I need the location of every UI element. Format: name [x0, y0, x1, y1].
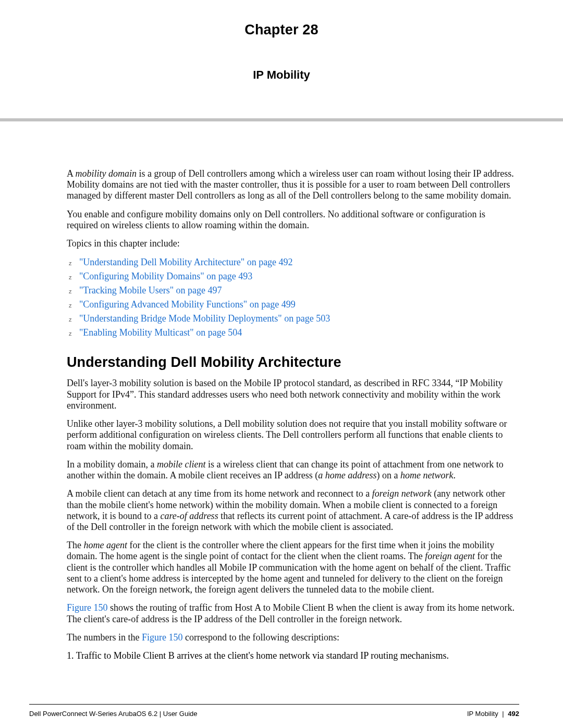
page-footer: Dell PowerConnect W-Series ArubaOS 6.2 |…	[0, 704, 563, 718]
topic-link[interactable]: "Configuring Mobility Domains" on page 4…	[79, 271, 252, 281]
chapter-header: Chapter 28 IP Mobility	[0, 0, 563, 103]
topics-list: "Understanding Dell Mobility Architectur…	[67, 255, 517, 340]
document-page: Chapter 28 IP Mobility A mobility domain…	[0, 0, 563, 728]
chapter-number: Chapter 28	[0, 22, 563, 38]
section-body: Dell's layer-3 mobility solution is base…	[67, 378, 517, 661]
body-paragraph: In a mobility domain, a mobile client is…	[67, 459, 517, 481]
list-item: "Understanding Dell Mobility Architectur…	[67, 255, 517, 269]
chapter-subject: IP Mobility	[0, 68, 563, 82]
body-paragraph: Dell's layer-3 mobility solution is base…	[67, 378, 517, 411]
list-item: "Configuring Advanced Mobility Functions…	[67, 298, 517, 312]
topic-link[interactable]: "Understanding Bridge Mode Mobility Depl…	[79, 313, 330, 324]
page-number: 492	[508, 710, 519, 718]
figure-link[interactable]: Figure 150	[142, 632, 183, 643]
term-mobile-client: mobile client	[157, 459, 205, 470]
list-item: "Configuring Mobility Domains" on page 4…	[67, 269, 517, 283]
footer-right: IP Mobility | 492	[467, 710, 519, 718]
list-item: "Enabling Mobility Multicast" on page 50…	[67, 326, 517, 340]
page-content: A mobility domain is a group of Dell con…	[0, 121, 563, 661]
term-home-network: home network	[400, 470, 453, 480]
list-item: 1. Traffic to Mobile Client B arrives at…	[67, 650, 517, 661]
body-paragraph: The numbers in the Figure 150 correspond…	[67, 632, 517, 643]
text: correspond to the following descriptions…	[182, 632, 339, 643]
figure-link[interactable]: Figure 150	[67, 602, 108, 613]
topic-link[interactable]: "Tracking Mobile Users" on page 497	[79, 285, 222, 295]
term-mobility-domain: mobility domain	[76, 168, 137, 179]
text: In a mobility domain, a	[67, 459, 157, 470]
term-foreign-network: foreign network	[372, 488, 432, 499]
list-item: "Tracking Mobile Users" on page 497	[67, 283, 517, 298]
footer-section: IP Mobility	[467, 710, 498, 718]
text: A	[67, 168, 76, 179]
text: The numbers in the	[67, 632, 142, 643]
intro-paragraph-1: A mobility domain is a group of Dell con…	[67, 168, 517, 202]
term-foreign-agent: foreign agent	[425, 551, 475, 561]
list-item: "Understanding Bridge Mode Mobility Depl…	[67, 312, 517, 326]
footer-inner: Dell PowerConnect W-Series ArubaOS 6.2 |…	[29, 704, 519, 718]
section-heading: Understanding Dell Mobility Architecture	[67, 354, 517, 371]
intro-paragraph-2: You enable and configure mobility domain…	[67, 209, 517, 231]
body-paragraph: A mobile client can detach at any time f…	[67, 488, 517, 533]
footer-sep: |	[502, 710, 504, 718]
topic-link[interactable]: "Understanding Dell Mobility Architectur…	[79, 257, 293, 267]
body-paragraph: Unlike other layer-3 mobility solutions,…	[67, 418, 517, 452]
topic-link[interactable]: "Configuring Advanced Mobility Functions…	[79, 299, 296, 310]
footer-left: Dell PowerConnect W-Series ArubaOS 6.2 |…	[29, 710, 198, 718]
term-care-of-address: care-of address	[160, 511, 218, 521]
body-paragraph: Figure 150 shows the routing of traffic …	[67, 602, 517, 624]
text: A mobile client can detach at any time f…	[67, 488, 372, 499]
term-home-agent: home agent	[83, 540, 127, 550]
text: The	[67, 540, 83, 550]
topic-link[interactable]: "Enabling Mobility Multicast" on page 50…	[79, 327, 242, 338]
text: ) on a	[377, 470, 400, 480]
term-home-address: a home address	[318, 470, 376, 480]
text: shows the routing of traffic from Host A…	[67, 602, 515, 624]
numbered-list: 1. Traffic to Mobile Client B arrives at…	[67, 650, 517, 661]
topics-label: Topics in this chapter include:	[67, 238, 517, 249]
body-paragraph: The home agent for the client is the con…	[67, 540, 517, 595]
text: .	[454, 470, 456, 480]
